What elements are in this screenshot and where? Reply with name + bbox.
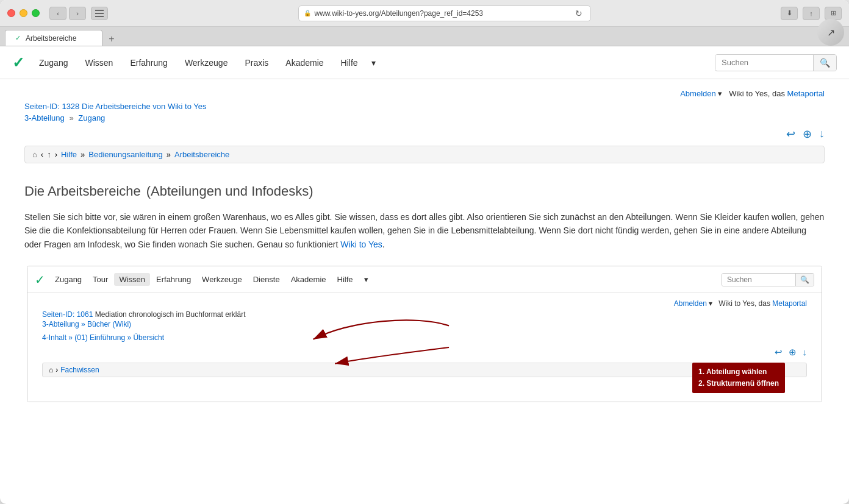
embedded-nav-zugang: Zugang (50, 273, 87, 286)
browser-nav-buttons: ‹ › (49, 7, 86, 20)
search-input[interactable] (715, 55, 813, 70)
breadcrumb-zugang-link[interactable]: Zugang (78, 113, 105, 122)
share-button[interactable]: ↑ (803, 7, 820, 20)
embedded-page-actions: ↩ ⊕ ↓ (42, 347, 807, 358)
page-title-subtitle: (Abteilungen und Infodesks) (146, 183, 313, 199)
nav-fwd-arrow: › (55, 150, 57, 159)
nav-wissen[interactable]: Wissen (77, 55, 120, 70)
close-button[interactable] (7, 9, 15, 17)
page-body-text: Stellen Sie sich bitte vor, sie wären in… (24, 212, 824, 249)
nav-praxis[interactable]: Praxis (237, 55, 276, 70)
embedded-metaportal-link: Metaportal (772, 299, 807, 308)
browser-window: ‹ › 🔒 www.wiki-to-yes.org/Abteilungen?pa… (0, 0, 849, 504)
embedded-search-button: 🔍 (795, 274, 814, 286)
url-bar-container: 🔒 www.wiki-to-yes.org/Abteilungen?page_r… (120, 5, 768, 21)
tab-bar: ✓ Arbeitsbereiche + ↗ (0, 27, 849, 46)
site-nav: ✓ Zugang Wissen Erfahrung Werkzeuge Prax… (0, 46, 849, 79)
svg-rect-0 (95, 10, 104, 11)
embedded-structure-icon: ⊕ (789, 347, 797, 358)
page-body-end: . (382, 240, 385, 249)
nav-zugang[interactable]: Zugang (32, 55, 75, 70)
active-tab[interactable]: ✓ Arbeitsbereiche (5, 30, 102, 46)
nav-erfahrung[interactable]: Erfahrung (123, 55, 174, 70)
seiten-id-link[interactable]: Seiten-ID: 1328 (24, 102, 79, 111)
nav-bc-sep1: » (81, 150, 85, 159)
breadcrumb-section: Seiten-ID: 1328 Die Arbeitsbereiche von … (24, 102, 825, 122)
embedded-nav-erfahrung: Erfahrung (151, 273, 196, 286)
browser-actions: ⬇ ↑ ⊞ (781, 7, 842, 20)
embedded-nav-more: ▾ (359, 273, 373, 286)
embedded-logo-icon: ✓ (35, 272, 45, 287)
breadcrumb-path: 3-Abteilung » Zugang (24, 113, 825, 122)
wiki-to-yes-link[interactable]: Wiki to Yes (340, 240, 382, 249)
svg-rect-1 (95, 13, 104, 14)
embedded-nav-hilfe: Hilfe (332, 273, 358, 286)
page-actions: ↩ ⊕ ↓ (24, 127, 825, 141)
embedded-nav-tour: Tour (88, 273, 113, 286)
breadcrumb-abteilung-link[interactable]: 3-Abteilung (24, 113, 65, 122)
nav-sep1: ‹ (41, 150, 43, 159)
nav-up-arrow: ↑ (47, 150, 51, 159)
embedded-breadcrumb-id: Seiten-ID: 1061 Mediation chronologisch … (42, 310, 807, 319)
embedded-back-icon: ↩ (775, 347, 783, 358)
page-id-line: Seiten-ID: 1328 Die Arbeitsbereiche von … (24, 102, 825, 111)
meta-portal-text: Wiki to Yes, das (729, 89, 785, 98)
nav-bc-sep2: » (167, 150, 171, 159)
annotation-container: Abmelden ▾ Wiki to Yes, das Metaportal S… (27, 293, 822, 402)
annotation-line2: 2. Strukturmenü öffnen (698, 378, 779, 389)
traffic-lights (7, 9, 40, 17)
forward-button[interactable]: › (69, 7, 86, 20)
metaportal-link[interactable]: Metaportal (787, 89, 825, 98)
page-title: Die Arbeitsbereiche (Abteilungen und Inf… (24, 178, 825, 201)
svg-rect-2 (95, 16, 104, 17)
embedded-home-icon: ⌂ (49, 366, 53, 374)
down-action-icon[interactable]: ↓ (819, 127, 825, 141)
page-content: Abmelden ▾ Wiki to Yes, das Metaportal S… (0, 79, 849, 469)
embedded-screenshot: ✓ Zugang Tour Wissen Erfahrung Werkzeuge… (27, 266, 822, 402)
url-text: www.wiki-to-yes.org/Abteilungen?page_ref… (315, 9, 568, 18)
lock-icon: 🔒 (304, 10, 311, 16)
nav-hilfe-link[interactable]: Hilfe (61, 150, 77, 159)
nav-werkzeuge[interactable]: Werkzeuge (177, 55, 235, 70)
search-bar: 🔍 (715, 54, 837, 71)
embedded-search-bar: 🔍 (722, 273, 814, 286)
nav-akademie[interactable]: Akademie (278, 55, 331, 70)
embedded-fwd-arrow: › (56, 366, 58, 374)
embedded-meta: Abmelden ▾ Wiki to Yes, das Metaportal (42, 299, 807, 308)
expand-circle-button[interactable]: ↗ (817, 19, 844, 46)
breadcrumb-sep: » (69, 113, 76, 122)
embedded-nav-werkzeuge: Werkzeuge (197, 273, 247, 286)
embedded-nav-wissen: Wissen (114, 273, 150, 286)
tab-title: Arbeitsbereiche (26, 34, 76, 43)
sidebar-toggle-button[interactable] (91, 7, 108, 20)
site-logo-icon: ✓ (12, 54, 24, 71)
new-tab-button[interactable]: ⊞ (825, 7, 842, 20)
nav-more-dropdown[interactable]: ▾ (368, 55, 379, 70)
tab-checkmark-icon: ✓ (15, 34, 21, 42)
search-button[interactable]: 🔍 (813, 55, 836, 71)
back-button[interactable]: ‹ (49, 7, 66, 20)
home-icon: ⌂ (32, 150, 37, 159)
structure-action-icon[interactable]: ⊕ (803, 127, 812, 141)
nav-bedienungsanleitung-link[interactable]: Bedienungsanleitung (88, 150, 162, 159)
download-button[interactable]: ⬇ (781, 7, 798, 20)
page-body: Stellen Sie sich bitte vor, sie wären in… (24, 210, 825, 251)
browser-titlebar: ‹ › 🔒 www.wiki-to-yes.org/Abteilungen?pa… (0, 0, 849, 27)
nav-breadcrumb-bar: ⌂ ‹ ↑ › Hilfe » Bedienungsanleitung » Ar… (24, 146, 825, 163)
abmelden-link[interactable]: Abmelden (680, 89, 716, 98)
minimize-button[interactable] (20, 9, 27, 17)
embedded-breadcrumb-path2: 4-Inhalt » (01) Einführung » Übersicht (42, 333, 807, 342)
embedded-fachwissen-link: Fachwissen (60, 366, 99, 374)
url-bar[interactable]: 🔒 www.wiki-to-yes.org/Abteilungen?page_r… (298, 5, 591, 21)
embedded-search-input (722, 274, 795, 286)
fullscreen-button[interactable] (32, 9, 40, 17)
embedded-meta-portal: Wiki to Yes, das (718, 299, 770, 308)
nav-arbeitsbereiche-link[interactable]: Arbeitsbereiche (174, 150, 229, 159)
nav-hilfe[interactable]: Hilfe (334, 55, 365, 70)
embedded-down-icon: ↓ (803, 347, 808, 358)
embedded-nav-dienste: Dienste (248, 273, 285, 286)
reload-button[interactable]: ↻ (572, 7, 586, 20)
embedded-breadcrumb-path1: 3-Abteilung » Bücher (Wiki) (42, 320, 807, 328)
back-action-icon[interactable]: ↩ (786, 127, 795, 141)
new-tab-add-button[interactable]: + (105, 32, 118, 46)
